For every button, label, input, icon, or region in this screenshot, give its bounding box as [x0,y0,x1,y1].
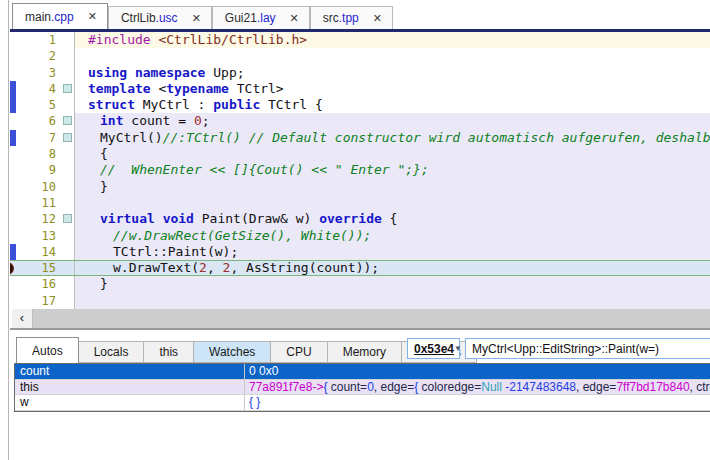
gutter[interactable]: 2 [10,48,75,64]
code-text[interactable]: virtual void Paint(Draw& w) override { [75,211,710,227]
code-token-kw: override [319,211,382,226]
gutter[interactable]: 13 [10,228,75,244]
line-number[interactable]: 1 [10,32,60,48]
gutter[interactable]: 6 [10,113,75,129]
debug-tab-memory[interactable]: Memory [328,341,402,363]
code-line-10[interactable]: 10} [10,179,710,195]
editor-tab-Gui21.lay[interactable]: Gui21.lay✕ [212,6,310,29]
code-text[interactable] [75,195,710,211]
editor-tab-main.cpp[interactable]: main.cpp✕ [12,3,108,29]
code-text[interactable]: w.DrawText(2, 2, AsString(count)); [75,261,710,275]
debug-tab-locals[interactable]: Locals [79,341,145,363]
line-number[interactable]: 9 [10,162,60,178]
gutter[interactable]: 10 [10,179,75,195]
scrollbar-thumb[interactable] [32,309,710,328]
close-icon[interactable]: ✕ [290,12,299,25]
watch-row-count[interactable]: count0 0x0 [15,364,710,380]
code-line-17[interactable]: 17 [10,293,710,309]
code-line-4[interactable]: 4template <typename TCtrl> [10,81,710,97]
line-number[interactable]: 12 [10,211,60,227]
close-icon[interactable]: ✕ [373,12,382,25]
watch-row-w[interactable]: w{ } [15,395,710,411]
code-token-id: TCtrl { [260,97,323,112]
line-number[interactable]: 6 [10,113,60,129]
debug-tab-cpu[interactable]: CPU [271,341,327,363]
fold-marker-icon[interactable] [63,214,72,223]
gutter[interactable]: 8 [10,146,75,162]
code-text[interactable]: } [75,179,710,195]
fold-marker-icon[interactable] [63,84,72,93]
line-number[interactable]: 13 [10,228,60,244]
current-function-box[interactable]: MyCtrl<Upp::EditString>::Paint(w=) [465,338,710,359]
gutter[interactable]: 1 [10,32,75,48]
gutter[interactable]: 12 [10,211,75,227]
code-line-16[interactable]: 16} [10,276,710,292]
line-number[interactable]: 14 [10,244,60,260]
code-line-5[interactable]: 5struct MyCtrl : public TCtrl { [10,97,710,113]
code-line-14[interactable]: 14TCtrl::Paint(w); [10,244,710,260]
code-line-9[interactable]: 9// WhenEnter << []{Cout() << " Enter ";… [10,162,710,178]
code-text[interactable]: //w.DrawRect(GetSize(), White()); [75,228,710,244]
gutter[interactable]: 14 [10,244,75,260]
code-line-7[interactable]: 7MyCtrl()//:TCtrl() // Default construct… [10,130,710,146]
code-text[interactable]: } [75,276,710,292]
gutter[interactable]: 16 [10,276,75,292]
editor-tab-src.tpp[interactable]: src.tpp✕ [310,6,393,29]
gutter[interactable]: 11 [10,195,75,211]
code-text[interactable]: MyCtrl()//:TCtrl() // Default constructo… [75,130,710,146]
code-text[interactable]: using namespace Upp; [75,65,710,81]
debug-tab-autos[interactable]: Autos [16,337,79,363]
watch-row-this[interactable]: this77a891f7e8->{ count=0, edge={ colore… [15,380,710,396]
line-number[interactable]: 10 [10,179,60,195]
code-line-6[interactable]: 6int count = 0; [10,113,710,129]
debug-tab-watches[interactable]: Watches [194,341,271,363]
code-line-3[interactable]: 3using namespace Upp; [10,65,710,81]
code-line-13[interactable]: 13//w.DrawRect(GetSize(), White()); [10,228,710,244]
tab-filename: main [25,10,51,24]
watch-value-segment: 7ff7bd17b840 [616,380,689,394]
line-number[interactable]: 15 [10,261,60,275]
line-number[interactable]: 2 [10,48,60,64]
gutter[interactable]: 4 [10,81,75,97]
line-number[interactable]: 11 [10,195,60,211]
code-line-12[interactable]: 12virtual void Paint(Draw& w) override { [10,211,710,227]
code-text[interactable]: // WhenEnter << []{Cout() << " Enter ";}… [75,162,710,178]
line-number[interactable]: 3 [10,65,60,81]
code-line-11[interactable]: 11 [10,195,710,211]
gutter[interactable]: 17 [10,293,75,309]
scroll-left-arrow-icon[interactable]: ‹ [12,309,32,328]
code-line-15[interactable]: 15✹w.DrawText(2, 2, AsString(count)); [10,260,710,276]
gutter[interactable]: 7 [10,130,75,146]
fold-marker-icon[interactable] [63,116,72,125]
horizontal-scrollbar[interactable]: ‹ [12,309,710,328]
left-splitter[interactable] [8,0,9,460]
close-icon[interactable]: ✕ [88,10,97,23]
code-text[interactable] [75,48,710,64]
code-line-2[interactable]: 2 [10,48,710,64]
code-text[interactable]: { [75,146,710,162]
close-icon[interactable]: ✕ [192,12,201,25]
gutter[interactable]: 5 [10,97,75,113]
fold-marker-icon[interactable] [63,133,72,142]
code-text[interactable]: int count = 0; [75,113,710,129]
line-number[interactable]: 7 [10,130,60,146]
code-line-8[interactable]: 8{ [10,146,710,162]
line-number[interactable]: 8 [10,146,60,162]
gutter[interactable]: 15 [10,261,75,275]
gutter[interactable]: 3 [10,65,75,81]
editor-tab-CtrlLib.usc[interactable]: CtrlLib.usc✕ [108,6,212,29]
code-text[interactable] [75,293,710,309]
code-line-1[interactable]: 1#include <CtrlLib/CtrlLib.h> [10,32,710,48]
code-editor[interactable]: 1#include <CtrlLib/CtrlLib.h>23using nam… [10,32,710,310]
code-text[interactable]: #include <CtrlLib/CtrlLib.h> [75,32,710,48]
line-number[interactable]: 4 [10,81,60,97]
line-number[interactable]: 16 [10,276,60,292]
line-number[interactable]: 17 [10,293,60,309]
frame-address-dropdown[interactable]: 0x53e4 ▼ [407,338,460,359]
line-number[interactable]: 5 [10,97,60,113]
debug-tab-this[interactable]: this [144,341,194,363]
code-text[interactable]: template <typename TCtrl> [75,81,710,97]
code-text[interactable]: TCtrl::Paint(w); [75,244,710,260]
gutter[interactable]: 9 [10,162,75,178]
code-text[interactable]: struct MyCtrl : public TCtrl { [75,97,710,113]
